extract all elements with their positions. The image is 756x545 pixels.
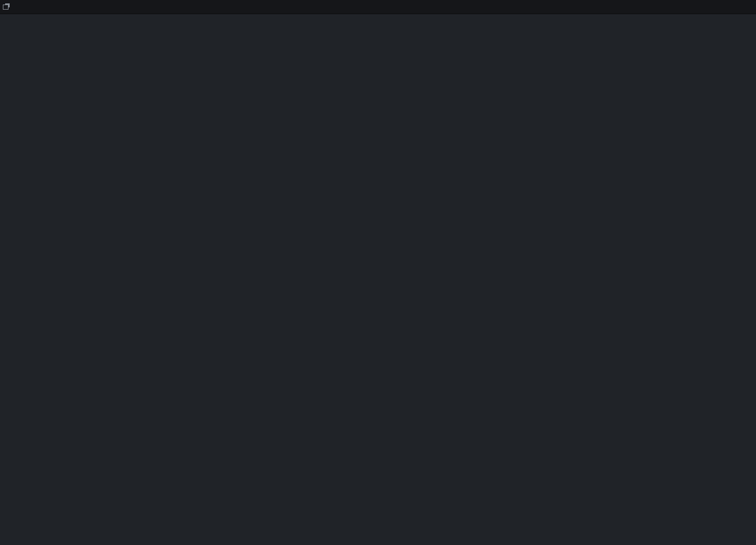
code-editor[interactable]	[0, 14, 756, 545]
ide-editor-window	[0, 0, 756, 545]
editor-corner-icon[interactable]	[0, 0, 11, 14]
restore-windows-icon	[3, 5, 9, 10]
editor-tab-bar	[0, 0, 756, 14]
